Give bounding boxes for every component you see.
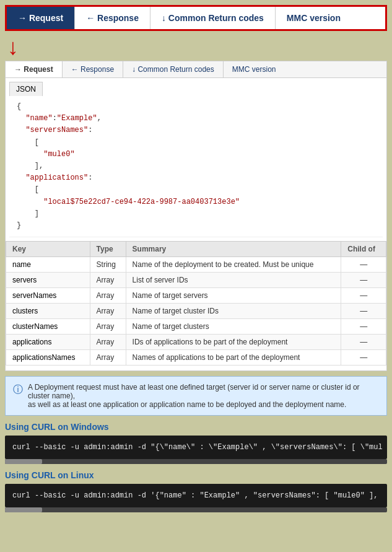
cell-childof: — bbox=[341, 273, 386, 288]
cell-type: Array bbox=[90, 304, 126, 319]
top-tab-response[interactable]: ← Response bbox=[75, 7, 150, 29]
code-line-1: { bbox=[17, 101, 375, 113]
cell-summary: Name of target servers bbox=[126, 288, 341, 304]
cell-childof: — bbox=[341, 335, 386, 350]
second-tab-mmc[interactable]: MMC version bbox=[224, 61, 285, 77]
code-line-6: ], bbox=[17, 160, 375, 172]
top-tab-mmc[interactable]: MMC version bbox=[276, 7, 352, 29]
second-nav: → Request ← Response ↓ Common Return cod… bbox=[5, 61, 387, 78]
table-row: applicationsNames Array Names of applica… bbox=[6, 350, 386, 366]
top-tab-return-codes[interactable]: ↓ Common Return codes bbox=[150, 7, 276, 29]
table-row: clusterNames Array Name of target cluste… bbox=[6, 319, 386, 335]
code-line-10: ] bbox=[17, 208, 375, 220]
cell-type: Array bbox=[90, 273, 126, 288]
code-line-11: } bbox=[17, 220, 375, 232]
info-text: A Deployment request must have at least … bbox=[28, 383, 379, 409]
col-header-childof: Child of bbox=[341, 242, 386, 257]
code-line-7: "applications": bbox=[17, 172, 375, 184]
second-tab-return-codes[interactable]: ↓ Common Return codes bbox=[123, 61, 224, 77]
table-row: name String Name of the deployment to be… bbox=[6, 257, 386, 273]
code-line-8: [ bbox=[17, 184, 375, 196]
cell-summary: Name of target clusters bbox=[126, 319, 341, 335]
cell-type: Array bbox=[90, 335, 126, 350]
arrow-indicator: ↓ bbox=[7, 36, 392, 61]
cell-summary: IDs of applications to be part of the de… bbox=[126, 335, 341, 350]
cell-key: clusterNames bbox=[6, 319, 90, 335]
cell-summary: Names of applications to be part of the … bbox=[126, 350, 341, 366]
cell-childof: — bbox=[341, 288, 386, 304]
main-content: JSON { "name":"Example", "serversNames":… bbox=[5, 78, 387, 371]
col-header-key: Key bbox=[6, 242, 90, 257]
table-row: servers Array List of server IDs — bbox=[6, 273, 386, 288]
cell-childof: — bbox=[341, 319, 386, 335]
top-nav: → Request ← Response ↓ Common Return cod… bbox=[5, 5, 387, 31]
cell-summary: Name of the deployment to be created. Mu… bbox=[126, 257, 341, 273]
cell-key: serverNames bbox=[6, 288, 90, 304]
curl-linux-heading: Using CURL on Linux bbox=[5, 470, 387, 480]
col-header-type: Type bbox=[90, 242, 126, 257]
cell-key: clusters bbox=[6, 304, 90, 319]
json-tab[interactable]: JSON bbox=[6, 78, 386, 96]
json-code-block: { "name":"Example", "serversNames": [ "m… bbox=[9, 96, 383, 237]
cell-type: Array bbox=[90, 350, 126, 366]
cell-summary: List of server IDs bbox=[126, 273, 341, 288]
code-line-2: "name":"Example", bbox=[17, 113, 375, 125]
second-tab-request[interactable]: → Request bbox=[6, 61, 63, 77]
code-line-4: [ bbox=[17, 137, 375, 149]
cell-type: Array bbox=[90, 319, 126, 335]
curl-windows-scrollbar[interactable] bbox=[5, 459, 387, 464]
col-header-summary: Summary bbox=[126, 242, 341, 257]
curl-linux-code[interactable]: curl --basic -u admin:admin -d '{"name" … bbox=[5, 484, 387, 507]
info-box: ⓘ A Deployment request must have at leas… bbox=[5, 376, 387, 416]
curl-windows-code[interactable]: curl --basic -u admin:admin -d "{\"name\… bbox=[5, 436, 387, 459]
cell-key: name bbox=[6, 257, 90, 273]
table-row: clusters Array Name of target cluster ID… bbox=[6, 304, 386, 319]
cell-key: applications bbox=[6, 335, 90, 350]
cell-type: String bbox=[90, 257, 126, 273]
info-icon: ⓘ bbox=[13, 383, 23, 409]
code-line-9: "local$75e22cd7-ce94-422a-9987-aa0403713… bbox=[17, 196, 375, 208]
cell-key: servers bbox=[6, 273, 90, 288]
second-tab-response[interactable]: ← Response bbox=[63, 61, 123, 77]
down-arrow-icon: ↓ bbox=[7, 36, 19, 58]
curl-windows-heading: Using CURL on Windows bbox=[5, 422, 387, 432]
parameters-table: Key Type Summary Child of name String Na… bbox=[6, 241, 386, 366]
cell-childof: — bbox=[341, 350, 386, 366]
table-row: applications Array IDs of applications t… bbox=[6, 335, 386, 350]
top-tab-request[interactable]: → Request bbox=[7, 7, 75, 29]
top-nav-container: → Request ← Response ↓ Common Return cod… bbox=[0, 5, 392, 61]
cell-childof: — bbox=[341, 304, 386, 319]
code-line-3: "serversNames": bbox=[17, 125, 375, 136]
cell-key: applicationsNames bbox=[6, 350, 90, 366]
code-line-5: "mule0" bbox=[17, 149, 375, 160]
cell-childof: — bbox=[341, 257, 386, 273]
cell-summary: Name of target cluster IDs bbox=[126, 304, 341, 319]
table-row: serverNames Array Name of target servers… bbox=[6, 288, 386, 304]
curl-linux-scrollbar[interactable] bbox=[5, 507, 387, 512]
cell-type: Array bbox=[90, 288, 126, 304]
